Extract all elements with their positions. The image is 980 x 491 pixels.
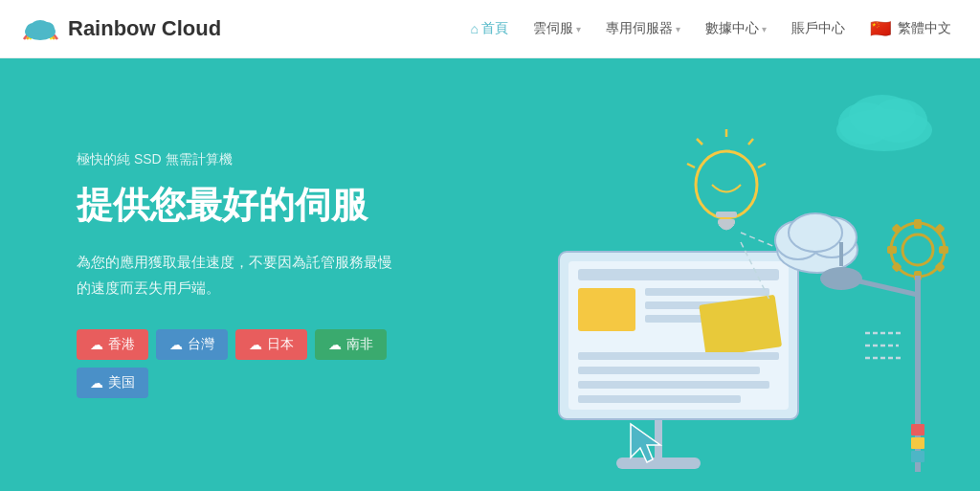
hero-description: 為您的應用獲取最佳速度，不要因為託管服務最慢的速度而丟失用戶端。 <box>77 249 392 301</box>
hero-subtitle: 極快的純 SSD 無需計算機 <box>77 151 392 168</box>
hero-section: 極快的純 SSD 無需計算機 提供您最好的伺服 為您的應用獲取最佳速度，不要因為… <box>0 58 980 491</box>
tag-hongkong[interactable]: ☁ 香港 <box>77 329 148 360</box>
svg-rect-51 <box>911 424 924 435</box>
chevron-down-icon: ▾ <box>576 24 581 34</box>
hero-content: 極快的純 SSD 無需計算機 提供您最好的伺服 為您的應用獲取最佳速度，不要因為… <box>0 113 431 435</box>
svg-rect-14 <box>645 288 769 296</box>
svg-rect-9 <box>616 458 701 469</box>
svg-rect-43 <box>891 223 902 234</box>
svg-rect-12 <box>578 269 779 280</box>
tag-taiwan[interactable]: ☁ 台灣 <box>156 329 228 360</box>
svg-point-3 <box>31 20 50 33</box>
tag-southafrica[interactable]: ☁ 南非 <box>315 329 387 360</box>
svg-rect-19 <box>578 367 760 374</box>
svg-rect-18 <box>578 352 779 360</box>
cloud-icon: ☁ <box>328 337 342 352</box>
nav-datacenter[interactable]: 數據中心 ▾ <box>696 14 776 43</box>
cloud-icon: ☁ <box>249 337 262 352</box>
cloud-icon: ☁ <box>90 375 103 391</box>
svg-rect-42 <box>939 246 948 254</box>
location-tags: ☁ 香港 ☁ 台灣 ☁ 日本 ☁ 南非 ☁ 美国 <box>77 329 392 398</box>
svg-point-38 <box>902 234 933 265</box>
nav-shared[interactable]: 雲伺服 ▾ <box>523 14 590 43</box>
cloud-icon: ☁ <box>169 337 183 352</box>
flag-icon: 🇨🇳 <box>870 18 891 39</box>
svg-line-29 <box>748 139 753 145</box>
main-nav: ⌂ 首頁 雲伺服 ▾ 專用伺服器 ▾ 數據中心 ▾ 賬戶中心 🇨🇳 繁體中文 <box>461 12 961 45</box>
svg-rect-52 <box>911 437 924 449</box>
cloud-icon: ☁ <box>90 337 103 352</box>
logo-text: Rainbow Cloud <box>68 16 221 41</box>
svg-rect-27 <box>718 219 735 225</box>
nav-lang[interactable]: 🇨🇳 繁體中文 <box>860 12 961 45</box>
main-illustration <box>444 108 961 491</box>
svg-rect-26 <box>716 212 737 217</box>
chevron-down-icon: ▾ <box>762 24 767 34</box>
logo[interactable]: Rainbow Cloud <box>19 12 221 46</box>
tag-usa[interactable]: ☁ 美国 <box>77 368 148 398</box>
chevron-down-icon: ▾ <box>676 24 680 34</box>
nav-dedicated[interactable]: 專用伺服器 ▾ <box>596 14 690 43</box>
svg-line-31 <box>758 164 766 167</box>
svg-rect-17 <box>699 295 782 358</box>
svg-line-32 <box>687 164 695 167</box>
svg-rect-20 <box>578 381 769 389</box>
svg-rect-39 <box>914 219 922 229</box>
svg-point-49 <box>820 267 862 290</box>
svg-line-30 <box>697 139 702 145</box>
svg-point-36 <box>789 213 842 252</box>
svg-point-25 <box>696 151 757 218</box>
tag-japan[interactable]: ☁ 日本 <box>235 329 307 360</box>
nav-account[interactable]: 賬戶中心 <box>782 14 855 43</box>
logo-icon <box>19 12 62 46</box>
svg-rect-53 <box>911 451 924 462</box>
svg-rect-21 <box>578 395 741 403</box>
svg-rect-44 <box>934 223 945 234</box>
svg-rect-13 <box>578 288 635 331</box>
hero-illustration <box>425 58 980 491</box>
svg-line-48 <box>856 280 918 295</box>
svg-rect-8 <box>655 414 662 462</box>
hero-title: 提供您最好的伺服 <box>77 182 392 229</box>
svg-rect-41 <box>887 246 897 254</box>
nav-home[interactable]: ⌂ 首頁 <box>461 14 518 43</box>
home-icon: ⌂ <box>471 21 479 36</box>
header: Rainbow Cloud ⌂ 首頁 雲伺服 ▾ 專用伺服器 ▾ 數據中心 ▾ … <box>0 0 980 58</box>
